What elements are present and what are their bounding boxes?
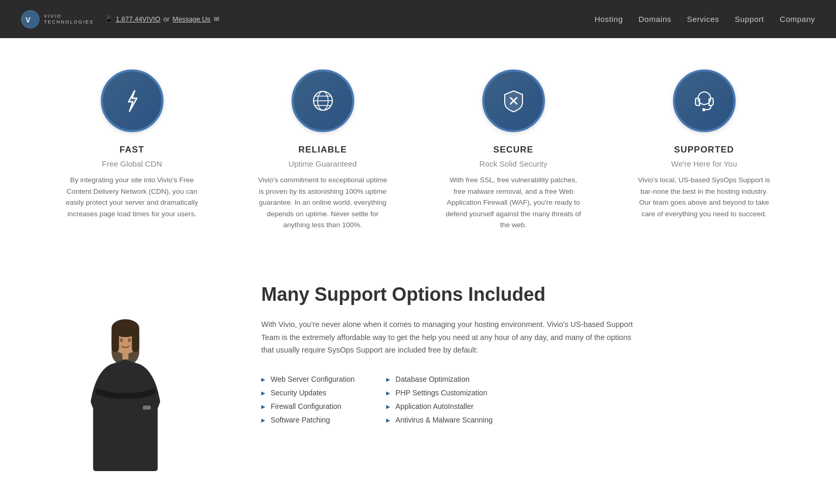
nav-domains[interactable]: Domains	[638, 15, 671, 24]
svg-rect-14	[111, 327, 119, 352]
main-nav: Hosting Domains Services Support Company	[595, 15, 815, 24]
supported-icon-wrap	[673, 69, 736, 132]
logo-text: VIVIO TECHNOLOGIES	[44, 14, 94, 25]
support-description: With Vivio, you're never alone when it c…	[261, 318, 637, 357]
svg-rect-20	[143, 406, 150, 410]
lightning-icon	[119, 88, 145, 114]
logo[interactable]: V VIVIO TECHNOLOGIES	[21, 10, 94, 29]
svg-rect-18	[122, 352, 128, 359]
secure-desc: With free SSL, free vulnerability patche…	[446, 174, 582, 231]
reliable-subtitle: Uptime Guaranteed	[255, 159, 391, 168]
secure-subtitle: Rock Solid Security	[446, 159, 582, 168]
headset-icon	[691, 88, 717, 114]
supported-desc: Vivio's local, US-based SysOps Support i…	[636, 174, 772, 219]
feature-reliable: RELIABLE Uptime Guaranteed Vivio's commi…	[250, 69, 396, 231]
list-item: Firewall Configuration	[261, 400, 355, 413]
support-image	[0, 273, 251, 471]
svg-point-10	[703, 109, 705, 111]
reliable-icon-wrap	[292, 69, 354, 132]
secure-title: SECURE	[446, 145, 582, 155]
message-icon: ✉	[214, 15, 219, 23]
list-item: Application AutoInstaller	[386, 400, 493, 413]
svg-point-17	[128, 338, 131, 342]
nav-support[interactable]: Support	[735, 15, 764, 24]
svg-rect-19	[93, 399, 158, 471]
list-item: Database Optimization	[386, 372, 493, 386]
fast-title: FAST	[64, 145, 200, 155]
supported-subtitle: We're Here for You	[636, 159, 772, 168]
header-contact: 📱 1.877.44VIVIO or Message Us ✉	[104, 15, 219, 23]
message-us-link[interactable]: Message Us	[172, 15, 210, 23]
person-illustration	[47, 273, 204, 471]
list-item: Security Updates	[261, 386, 355, 400]
support-list-left: Web Server Configuration Security Update…	[261, 372, 355, 427]
features-section: FAST Free Global CDN By integrating your…	[0, 38, 836, 257]
fast-desc: By integrating your site into Vivio's Fr…	[64, 174, 200, 219]
reliable-title: RELIABLE	[255, 145, 391, 155]
supported-title: SUPPORTED	[636, 145, 772, 155]
site-header: V VIVIO TECHNOLOGIES 📱 1.877.44VIVIO or …	[0, 0, 836, 38]
feature-supported: SUPPORTED We're Here for You Vivio's loc…	[631, 69, 777, 231]
globe-icon	[310, 88, 336, 114]
support-content: Many Support Options Included With Vivio…	[251, 273, 836, 437]
list-item: Software Patching	[261, 413, 355, 427]
feature-fast: FAST Free Global CDN By integrating your…	[59, 69, 205, 231]
svg-rect-15	[132, 327, 139, 352]
svg-text:V: V	[26, 16, 31, 24]
fast-icon-wrap	[101, 69, 164, 132]
support-section: Many Support Options Included With Vivio…	[0, 257, 836, 502]
phone-icon: 📱	[104, 15, 113, 23]
support-title: Many Support Options Included	[261, 283, 794, 306]
list-item: Web Server Configuration	[261, 372, 355, 386]
phone-link[interactable]: 1.877.44VIVIO	[116, 15, 160, 23]
secure-icon-wrap	[482, 69, 545, 132]
nav-company[interactable]: Company	[780, 15, 815, 24]
feature-secure: SECURE Rock Solid Security With free SSL…	[440, 69, 587, 231]
nav-hosting[interactable]: Hosting	[595, 15, 623, 24]
list-item: Antivirus & Malware Scanning	[386, 413, 493, 427]
reliable-desc: Vivio's commitment to exceptional uptime…	[255, 174, 391, 231]
svg-point-16	[120, 338, 123, 342]
support-list-right: Database Optimization PHP Settings Custo…	[386, 372, 493, 427]
nav-services[interactable]: Services	[687, 15, 719, 24]
list-item: PHP Settings Customization	[386, 386, 493, 400]
support-lists: Web Server Configuration Security Update…	[261, 372, 794, 427]
fast-subtitle: Free Global CDN	[64, 159, 200, 168]
shield-icon	[501, 88, 527, 114]
